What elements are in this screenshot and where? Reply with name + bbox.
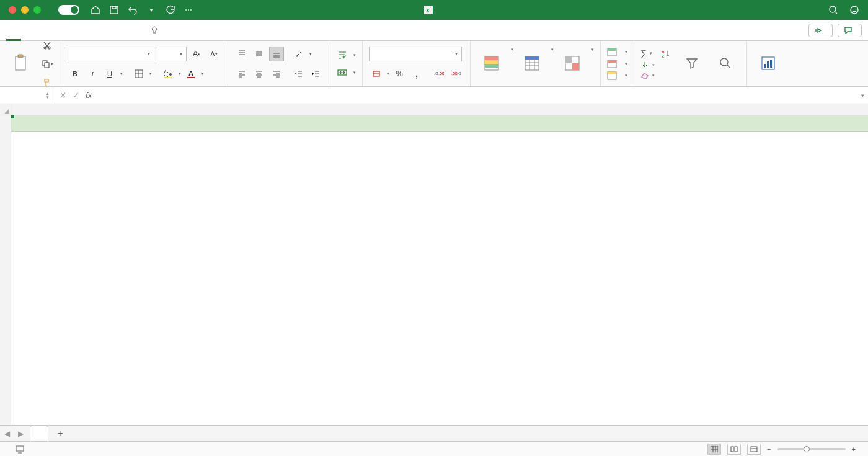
tab-view[interactable]	[110, 20, 125, 41]
view-page-break-icon[interactable]	[747, 444, 761, 455]
svg-text:Z: Z	[662, 54, 665, 58]
decrease-decimal-icon[interactable]: .00.0	[449, 66, 464, 81]
search-icon[interactable]	[828, 5, 838, 15]
underline-button[interactable]: U	[102, 66, 117, 81]
select-all-corner[interactable]	[0, 104, 11, 115]
view-normal-icon[interactable]	[707, 444, 721, 455]
cut-icon[interactable]	[40, 38, 55, 53]
increase-font-icon[interactable]: A▴	[189, 47, 204, 61]
expand-formula-bar-icon[interactable]: ▾	[861, 92, 868, 99]
sort-filter-button[interactable]	[677, 55, 707, 73]
wrap-text-button[interactable]: ▾	[337, 50, 356, 61]
svg-text:.0: .0	[457, 71, 461, 76]
formula-input[interactable]	[98, 87, 861, 104]
cell-styles-button[interactable]	[557, 54, 587, 74]
zoom-slider[interactable]	[777, 448, 846, 450]
tell-me-button[interactable]	[143, 20, 170, 41]
undo-icon[interactable]	[128, 5, 138, 15]
tab-review[interactable]	[95, 20, 110, 41]
italic-button[interactable]: I	[85, 66, 100, 81]
increase-indent-icon[interactable]	[309, 66, 324, 81]
spreadsheet-grid[interactable]	[0, 104, 868, 425]
home-icon[interactable]	[91, 5, 100, 15]
decrease-font-icon[interactable]: A▾	[206, 47, 221, 61]
zoom-in-button[interactable]: +	[852, 445, 856, 453]
sort-az-icon[interactable]: AZ	[661, 50, 671, 58]
percent-icon[interactable]: %	[392, 66, 407, 81]
svg-text:x: x	[426, 7, 430, 14]
tab-developer[interactable]	[125, 20, 140, 41]
window-controls	[0, 6, 41, 14]
merge-centre-button[interactable]: ▾	[337, 67, 356, 78]
increase-decimal-icon[interactable]: .0.00	[432, 66, 446, 81]
format-cells-button[interactable]: ▾	[607, 71, 627, 80]
tab-formulas[interactable]	[66, 20, 81, 41]
number-format-dropdown[interactable]: ▾	[369, 47, 462, 61]
comma-icon[interactable]: ,	[409, 66, 424, 81]
insert-cells-button[interactable]: ▾	[607, 48, 627, 56]
tab-data[interactable]	[81, 20, 95, 41]
add-sheet-button[interactable]: +	[52, 428, 68, 439]
name-box[interactable]: ▴▾	[0, 87, 53, 104]
fx-icon[interactable]: fx	[86, 91, 92, 100]
save-icon[interactable]	[109, 5, 119, 15]
svg-text:.00: .00	[438, 71, 444, 76]
accessibility-icon[interactable]	[15, 445, 25, 454]
clear-button[interactable]: ▾	[640, 72, 655, 79]
align-center-icon[interactable]	[252, 66, 267, 81]
close-window-icon[interactable]	[9, 6, 16, 14]
autosum-button[interactable]: ∑▾	[640, 48, 655, 58]
group-clipboard: ▾	[0, 41, 61, 86]
bold-button[interactable]: B	[68, 66, 82, 81]
borders-icon[interactable]	[131, 66, 146, 81]
format-as-table-button[interactable]	[517, 54, 547, 74]
font-size-dropdown[interactable]: ▾	[157, 47, 187, 61]
svg-rect-26	[485, 64, 498, 68]
align-middle-icon[interactable]	[252, 47, 267, 61]
redo-icon[interactable]	[165, 5, 175, 15]
status-bar: − +	[0, 441, 868, 456]
share-button[interactable]	[808, 24, 833, 37]
paste-button[interactable]	[6, 53, 36, 75]
sheet-nav-prev-icon[interactable]: ◀	[0, 429, 14, 438]
align-left-icon[interactable]	[234, 66, 249, 81]
share-icon	[815, 27, 823, 34]
comments-button[interactable]	[838, 24, 862, 37]
titlebar: ▾ ⋯ x	[0, 0, 868, 20]
fill-color-icon[interactable]	[161, 66, 175, 81]
conditional-formatting-button[interactable]	[477, 54, 507, 74]
delete-cells-button[interactable]: ▾	[607, 60, 627, 68]
autosave-toggle[interactable]	[55, 5, 79, 15]
font-color-icon[interactable]: A	[184, 66, 198, 81]
find-select-button[interactable]	[711, 55, 740, 73]
decrease-indent-icon[interactable]	[291, 66, 306, 81]
merged-title-cell[interactable]	[11, 115, 868, 132]
font-name-dropdown[interactable]: ▾	[68, 47, 154, 61]
minimize-window-icon[interactable]	[21, 6, 29, 14]
align-top-icon[interactable]	[234, 47, 249, 61]
tab-insert[interactable]	[21, 20, 36, 41]
view-page-layout-icon[interactable]	[727, 444, 741, 455]
orientation-icon[interactable]	[291, 47, 306, 61]
sheet-tab[interactable]	[30, 426, 48, 441]
confirm-formula-icon[interactable]: ✓	[73, 91, 79, 100]
svg-rect-11	[45, 63, 49, 68]
align-right-icon[interactable]	[269, 66, 284, 81]
analyse-data-button[interactable]	[753, 54, 783, 74]
toggle-switch-icon[interactable]	[58, 5, 79, 15]
cancel-formula-icon[interactable]: ✕	[60, 91, 66, 100]
fill-button[interactable]: ▾	[640, 61, 655, 69]
svg-point-4	[830, 6, 836, 12]
accounting-format-icon[interactable]	[369, 66, 384, 81]
smiley-icon[interactable]	[849, 5, 859, 15]
align-bottom-icon[interactable]	[269, 47, 284, 61]
copy-icon[interactable]: ▾	[40, 56, 55, 71]
sheet-nav-next-icon[interactable]: ▶	[14, 429, 27, 438]
qat-more-icon[interactable]: ⋯	[184, 5, 193, 15]
zoom-out-button[interactable]: −	[767, 445, 771, 453]
tab-home[interactable]	[6, 20, 21, 41]
svg-rect-24	[485, 56, 498, 60]
svg-point-13	[169, 73, 172, 76]
maximize-window-icon[interactable]	[33, 6, 41, 14]
undo-dropdown-icon[interactable]: ▾	[146, 5, 156, 15]
